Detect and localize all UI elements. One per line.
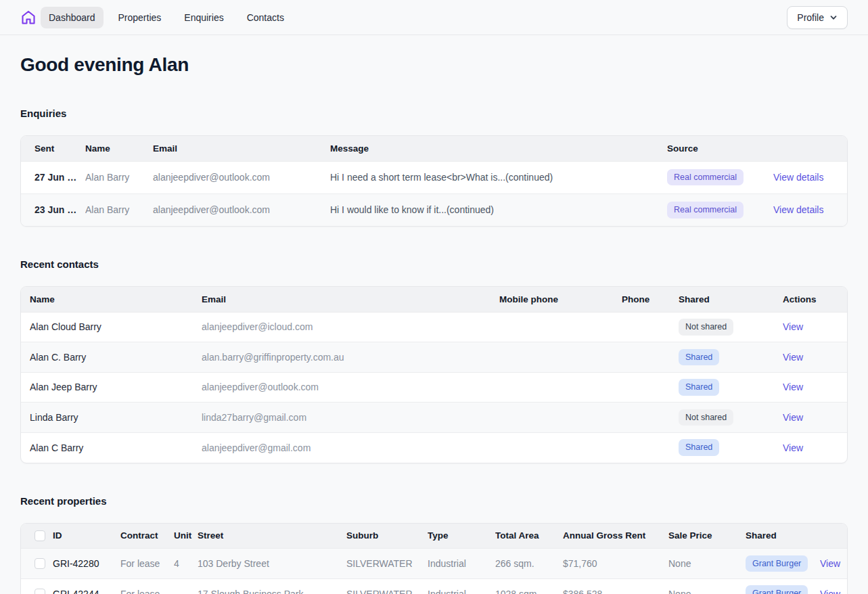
contact-actions-cell: View xyxy=(783,372,848,403)
column-header-id: ID xyxy=(53,524,120,549)
column-header-sale-price: Sale Price xyxy=(668,524,746,549)
property-street: 103 Derby Street xyxy=(198,549,346,579)
column-header-name: Name xyxy=(21,287,202,312)
view-link[interactable]: View xyxy=(783,442,803,453)
column-header-email: Email xyxy=(202,287,499,312)
contact-row: Alan Cloud Barry alanjeepdiver@icloud.co… xyxy=(21,312,848,342)
view-details-link[interactable]: View details xyxy=(773,204,823,215)
contacts-section-title: Recent contacts xyxy=(20,258,848,270)
home-button[interactable] xyxy=(20,9,37,26)
property-annual-gross-rent: $386,528 xyxy=(563,578,668,594)
contact-email: alan.barry@griffinproperty.com.au xyxy=(202,342,499,373)
view-link[interactable]: View xyxy=(783,412,803,423)
contact-mobile-phone xyxy=(499,403,622,433)
contact-phone xyxy=(622,312,679,342)
property-sale-price: None xyxy=(668,549,746,579)
contact-mobile-phone xyxy=(499,432,622,463)
enquiries-header-row: Sent Name Email Message Source xyxy=(21,136,848,161)
column-header-shared: Shared xyxy=(679,287,783,312)
view-link[interactable]: View xyxy=(820,558,840,569)
view-details-link[interactable]: View details xyxy=(773,172,823,183)
shared-with-badge: Grant Burger xyxy=(746,555,808,572)
contact-row: Linda Barry linda27barry@gmail.com Not s… xyxy=(21,403,848,433)
enquiries-section-title: Enquiries xyxy=(20,108,848,119)
view-link[interactable]: View xyxy=(783,382,803,392)
contacts-table: Name Email Mobile phone Phone Shared Act… xyxy=(21,287,848,463)
nav-item-enquiries[interactable]: Enquiries xyxy=(176,7,231,28)
contact-row: Alan C Barry alanjeepdiver@gmail.com Sha… xyxy=(21,432,848,463)
property-sale-price: None xyxy=(668,578,746,594)
nav-item-dashboard[interactable]: Dashboard xyxy=(41,7,104,28)
contact-shared-cell: Not shared xyxy=(679,312,783,342)
column-header-shared: Shared xyxy=(746,524,820,549)
contact-shared-cell: Shared xyxy=(679,432,783,463)
column-header-source: Source xyxy=(667,136,773,161)
property-row: GRI-42244 For lease 17 Slough Business P… xyxy=(21,578,848,594)
property-shared-cell: Grant Burger xyxy=(746,549,820,579)
contact-row: Alan Jeep Barry alanjeepdiver@outlook.co… xyxy=(21,372,848,403)
contact-shared-cell: Shared xyxy=(679,372,783,403)
column-header-actions-blank xyxy=(773,136,848,161)
select-all-checkbox-cell xyxy=(21,524,53,549)
enquiry-row: 23 Jun 10:19 Alan Barry alanjeepdiver@ou… xyxy=(21,193,848,226)
property-unit: 4 xyxy=(174,549,198,579)
property-type: Industrial xyxy=(428,578,495,594)
enquiry-email: alanjeepdiver@outlook.com xyxy=(153,193,330,226)
home-icon xyxy=(20,9,37,26)
enquiry-name: Alan Barry xyxy=(85,161,153,193)
enquiry-sent: 23 Jun 10:19 xyxy=(21,193,85,226)
profile-menu-button[interactable]: Profile xyxy=(787,6,848,29)
top-navigation: Dashboard Properties Enquiries Contacts … xyxy=(0,0,868,35)
row-checkbox[interactable] xyxy=(35,589,45,594)
enquiry-sent: 27 Jun 08:35 xyxy=(21,161,85,193)
column-header-street: Street xyxy=(198,524,346,549)
property-suburb: SILVERWATER xyxy=(346,549,428,579)
enquiry-actions-cell: View details xyxy=(773,193,848,226)
properties-table: ID Contract Unit Street Suburb Type Tota… xyxy=(21,524,848,594)
contact-email: alanjeepdiver@gmail.com xyxy=(202,432,499,463)
property-id: GRI-42244 xyxy=(53,578,120,594)
property-total-area: 1028 sqm. xyxy=(495,578,563,594)
contact-mobile-phone xyxy=(499,342,622,373)
property-unit xyxy=(174,578,198,594)
contact-actions-cell: View xyxy=(783,403,848,433)
contact-actions-cell: View xyxy=(783,432,848,463)
nav-item-properties[interactable]: Properties xyxy=(110,7,170,28)
enquiry-email: alanjeepdiver@outlook.com xyxy=(153,161,330,193)
column-header-email: Email xyxy=(153,136,330,161)
contact-phone xyxy=(622,342,679,373)
view-link[interactable]: View xyxy=(820,589,840,594)
property-id: GRI-42280 xyxy=(53,549,120,579)
nav-item-contacts[interactable]: Contacts xyxy=(239,7,292,28)
column-header-name: Name xyxy=(85,136,153,161)
profile-label: Profile xyxy=(797,12,824,23)
view-link[interactable]: View xyxy=(783,321,803,332)
shared-status-badge: Shared xyxy=(679,349,719,366)
property-annual-gross-rent: $71,760 xyxy=(563,549,668,579)
page-title: Good evening Alan xyxy=(20,54,848,76)
contact-actions-cell: View xyxy=(783,342,848,373)
enquiry-message: Hi I would like to know if it...(continu… xyxy=(330,193,667,226)
property-shared-cell: Grant Burger xyxy=(746,578,820,594)
column-header-message: Message xyxy=(330,136,667,161)
shared-status-badge: Not shared xyxy=(679,409,733,426)
select-all-checkbox[interactable] xyxy=(35,530,45,541)
column-header-actions: Actions xyxy=(783,287,848,312)
nav-items: Dashboard Properties Enquiries Contacts xyxy=(41,7,292,28)
contact-email: linda27barry@gmail.com xyxy=(202,403,499,433)
properties-table-card: ID Contract Unit Street Suburb Type Tota… xyxy=(20,523,848,594)
property-actions-cell: View xyxy=(820,549,848,579)
property-row: GRI-42280 For lease 4 103 Derby Street S… xyxy=(21,549,848,579)
source-badge: Real commercial xyxy=(667,202,744,219)
column-header-annual-gross-rent: Annual Gross Rent xyxy=(563,524,668,549)
enquiry-source-cell: Real commercial xyxy=(667,161,773,193)
source-badge: Real commercial xyxy=(667,169,744,186)
contact-name: Alan C Barry xyxy=(21,432,202,463)
view-link[interactable]: View xyxy=(783,352,803,363)
shared-with-badge: Grant Burger xyxy=(746,585,808,594)
contact-mobile-phone xyxy=(499,312,622,342)
row-checkbox[interactable] xyxy=(35,558,45,569)
chevron-down-icon xyxy=(829,14,838,22)
contact-name: Alan Jeep Barry xyxy=(21,372,202,403)
contact-email: alanjeepdiver@icloud.com xyxy=(202,312,499,342)
